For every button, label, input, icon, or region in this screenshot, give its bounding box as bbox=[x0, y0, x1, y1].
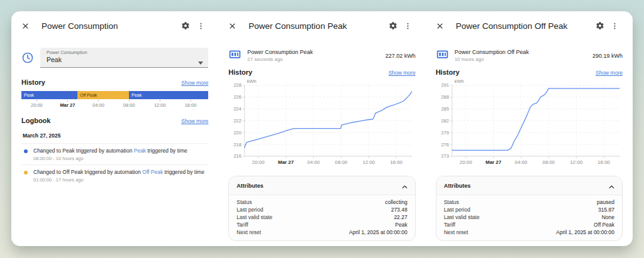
settings-gear-icon[interactable] bbox=[178, 21, 193, 31]
dialog-title: Power Consumption bbox=[42, 21, 178, 31]
logbook-entry-time: 08:00:00 - 10 hours ago bbox=[33, 156, 187, 161]
svg-text:291: 291 bbox=[441, 82, 448, 88]
svg-text:Mar 27: Mar 27 bbox=[486, 159, 502, 165]
dialog-title: Power Consumption Peak bbox=[248, 21, 385, 31]
clock-icon bbox=[21, 51, 40, 64]
svg-text:20:00: 20:00 bbox=[252, 159, 265, 165]
timeline-segment[interactable]: Peak bbox=[21, 91, 77, 99]
svg-text:216: 216 bbox=[234, 153, 242, 159]
entity-row[interactable]: Power Consumption Peak 27 seconds ago 22… bbox=[228, 48, 415, 63]
svg-text:16:00: 16:00 bbox=[597, 159, 610, 165]
settings-gear-icon[interactable] bbox=[386, 21, 401, 31]
entity-row[interactable]: Power Consumption Off Peak 10 hours ago … bbox=[436, 48, 623, 63]
history-show-more-link[interactable]: Show more bbox=[389, 70, 416, 76]
attribute-row: Last period315.87 bbox=[444, 206, 614, 213]
attributes-card: Attributes Statuscollecting Last period2… bbox=[228, 176, 415, 241]
tariff-select-row: Power Consumption Peak bbox=[21, 48, 208, 68]
automation-link[interactable]: Off Peak bbox=[142, 169, 163, 175]
svg-text:279: 279 bbox=[441, 130, 448, 136]
entity-last-changed: 27 seconds ago bbox=[247, 56, 380, 62]
svg-text:08:00: 08:00 bbox=[335, 159, 348, 165]
attributes-list: Statuscollecting Last period273.48 Last … bbox=[229, 195, 414, 240]
attribute-row: Statuscollecting bbox=[236, 198, 407, 206]
svg-text:12:00: 12:00 bbox=[570, 159, 582, 165]
entity-state-value: 227.02 kWh bbox=[386, 53, 416, 59]
attribute-row: Next resetApril 1, 2025 at 00:00:00 bbox=[236, 228, 407, 236]
svg-text:04:00: 04:00 bbox=[514, 159, 527, 165]
svg-text:285: 285 bbox=[441, 106, 448, 112]
attributes-expander[interactable]: Attributes bbox=[436, 176, 622, 195]
entity-name: Power Consumption Peak bbox=[247, 49, 380, 55]
more-menu-icon[interactable] bbox=[401, 21, 416, 31]
attribute-row: Statuspaused bbox=[444, 198, 614, 206]
history-heading: History bbox=[21, 78, 45, 86]
svg-text:12:00: 12:00 bbox=[363, 159, 375, 165]
history-heading: History bbox=[436, 68, 460, 76]
logbook-heading: Logbook bbox=[21, 117, 50, 124]
close-icon[interactable] bbox=[436, 21, 448, 31]
svg-text:08:00: 08:00 bbox=[542, 159, 555, 165]
history-line-chart[interactable]: 21621822022222422622820:00Mar 2704:0008:… bbox=[228, 78, 415, 170]
timeline-segment[interactable]: Off Peak bbox=[77, 91, 129, 99]
svg-text:20:00: 20:00 bbox=[459, 159, 472, 165]
attributes-expander[interactable]: Attributes bbox=[229, 176, 414, 195]
entity-state-value: 290.19 kWh bbox=[592, 53, 623, 59]
attribute-row: Last valid state22.27 bbox=[236, 213, 407, 221]
history-line-chart[interactable]: 27327627928228528829120:00Mar 2704:0008:… bbox=[436, 78, 623, 170]
more-menu-icon[interactable] bbox=[193, 21, 208, 31]
select-label: Power Consumption bbox=[47, 50, 194, 55]
timeline-segment[interactable]: Peak bbox=[129, 91, 208, 99]
dialog-header: Power Consumption bbox=[21, 20, 208, 31]
dialogs-panel: Power Consumption Power Consumption Peak… bbox=[11, 11, 633, 246]
state-dot-off-peak bbox=[24, 171, 28, 175]
tariff-select[interactable]: Power Consumption Peak bbox=[40, 48, 208, 68]
chevron-up-icon bbox=[609, 180, 614, 191]
counter-icon bbox=[228, 48, 247, 63]
entity-last-changed: 10 hours ago bbox=[455, 56, 587, 62]
history-show-more-link[interactable]: Show more bbox=[181, 80, 208, 86]
svg-text:273: 273 bbox=[441, 153, 448, 159]
logbook-entry-text: Changed to Peak triggered by automation … bbox=[33, 148, 187, 154]
attributes-heading: Attributes bbox=[444, 183, 471, 189]
attributes-heading: Attributes bbox=[236, 183, 264, 189]
chevron-down-icon bbox=[198, 56, 203, 67]
svg-text:282: 282 bbox=[441, 118, 448, 124]
settings-gear-icon[interactable] bbox=[592, 21, 608, 31]
attribute-row: TariffOff Peak bbox=[444, 221, 614, 228]
close-icon[interactable] bbox=[228, 21, 241, 31]
svg-text:228: 228 bbox=[234, 82, 242, 88]
attributes-card: Attributes Statuspaused Last period315.8… bbox=[436, 176, 623, 241]
dialog-power-consumption-peak: Power Consumption Peak Power Consumption… bbox=[218, 11, 425, 246]
logbook-entry-text: Changed to Off Peak triggered by automat… bbox=[33, 169, 204, 176]
history-heading: History bbox=[228, 68, 252, 76]
svg-text:288: 288 bbox=[441, 94, 448, 100]
svg-text:16:00: 16:00 bbox=[391, 159, 403, 165]
attribute-row: Last period273.48 bbox=[236, 206, 407, 213]
svg-text:220: 220 bbox=[234, 130, 242, 136]
svg-text:04:00: 04:00 bbox=[308, 159, 320, 165]
history-show-more-link[interactable]: Show more bbox=[596, 70, 623, 76]
svg-text:Mar 27: Mar 27 bbox=[278, 159, 294, 165]
state-dot-peak bbox=[24, 149, 28, 153]
svg-text:222: 222 bbox=[234, 118, 242, 124]
select-value: Peak bbox=[47, 56, 194, 63]
logbook-entry-time: 01:00:00 - 17 hours ago bbox=[33, 177, 204, 183]
automation-link[interactable]: Peak bbox=[134, 148, 146, 154]
dialog-title: Power Consumption Off Peak bbox=[456, 21, 592, 31]
svg-text:224: 224 bbox=[234, 106, 242, 112]
attributes-list: Statuspaused Last period315.87 Last vali… bbox=[436, 195, 622, 240]
logbook-entry: Changed to Off Peak triggered by automat… bbox=[21, 165, 208, 186]
logbook-show-more-link[interactable]: Show more bbox=[181, 118, 208, 124]
attribute-row: Next resetApril 1, 2025 at 00:00:00 bbox=[444, 228, 614, 236]
svg-text:276: 276 bbox=[441, 142, 448, 148]
dialog-header: Power Consumption Peak bbox=[228, 20, 415, 31]
chevron-up-icon bbox=[402, 180, 408, 191]
close-icon[interactable] bbox=[21, 21, 34, 31]
state-timeline-chart[interactable]: PeakOff PeakPeak20:00Mar 2704:0008:0012:… bbox=[21, 91, 208, 109]
attribute-row: Last valid stateNone bbox=[444, 213, 614, 221]
entity-name: Power Consumption Off Peak bbox=[455, 49, 587, 55]
dialog-header: Power Consumption Off Peak bbox=[436, 20, 623, 31]
svg-text:kWh: kWh bbox=[247, 78, 257, 84]
dialog-power-consumption-off-peak: Power Consumption Off Peak Power Consump… bbox=[426, 11, 633, 246]
more-menu-icon[interactable] bbox=[608, 21, 623, 31]
